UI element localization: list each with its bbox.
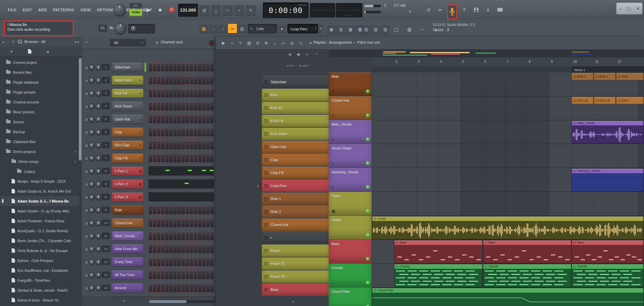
step-cell[interactable] [206,89,210,97]
link-icon[interactable]: ∞ [228,24,237,33]
step-cell[interactable] [182,232,185,240]
keyboard-editor-icon[interactable]: ◆ [297,52,300,57]
step-cell[interactable] [169,128,173,136]
browser-item[interactable]: Mixer presets [0,107,79,117]
volume-knob[interactable] [96,220,101,226]
link-icon[interactable]: ∞ [305,52,309,57]
add-pattern-button[interactable]: + [318,24,324,33]
volume-knob[interactable] [96,194,101,200]
step-cell[interactable] [194,89,197,97]
mixer-target-badge[interactable]: 12 [102,284,110,291]
step-cell[interactable] [149,76,152,84]
step-cell[interactable] [153,284,156,292]
step-cell[interactable] [149,258,152,266]
step-cell[interactable] [198,258,201,266]
step-cell[interactable] [194,206,197,214]
step-cell[interactable] [169,63,173,71]
pan-knob[interactable] [89,116,95,122]
pan-knob[interactable] [89,155,95,161]
save-icon[interactable] [471,4,481,15]
volume-knob[interactable] [96,116,101,122]
step-cell[interactable] [206,141,210,149]
step-cell[interactable] [157,115,160,123]
step-cell[interactable] [173,63,177,71]
step-cell[interactable] [202,115,205,123]
step-cell[interactable] [173,141,177,149]
channel-button[interactable]: Kick Snare⊙ [112,102,143,111]
browser-item[interactable]: Backup [0,127,79,137]
volume-knob[interactable] [96,207,101,213]
step-cell[interactable] [173,271,177,279]
step-cell[interactable] [182,141,185,149]
channel-mute-led[interactable] [85,92,88,96]
step-cell[interactable] [157,141,160,149]
step-cell[interactable] [157,232,160,240]
picker-pattern[interactable]: Kick snare [262,128,329,140]
menu-patterns[interactable]: PATTERNS [50,8,77,12]
step-cell[interactable] [161,128,164,136]
step-cell[interactable] [194,154,197,162]
tempo-display[interactable]: 131.000 ▲▼ [178,4,198,17]
step-cell[interactable] [153,154,156,162]
browser-item[interactable]: Demo songs▴ [0,156,79,166]
search-icon[interactable] [14,40,22,44]
step-cell[interactable] [206,284,210,292]
step-cell[interactable] [157,271,160,279]
f1-help-badge[interactable]: F1 [98,25,107,32]
step-cell[interactable] [198,141,201,149]
song-mode-button[interactable]: SONG [130,9,142,16]
step-cell[interactable] [198,63,201,71]
undo-icon[interactable]: ↺ [423,4,433,15]
picker-pattern[interactable]: Kick Fill [262,115,329,127]
render-icon[interactable]: ⇓ [483,4,493,15]
step-cell[interactable] [202,271,205,279]
step-cell[interactable] [198,115,201,123]
step-cell[interactable] [165,206,169,214]
playlist-overview-strip[interactable] [329,50,644,57]
chat-icon[interactable] [495,4,505,15]
step-cell[interactable] [186,258,189,266]
picker-pattern[interactable]: Piano [262,245,329,257]
picker-pattern[interactable]: • [262,232,329,244]
step-cell[interactable] [177,128,181,136]
step-cell[interactable] [157,76,160,84]
step-cell[interactable] [186,63,189,71]
step-cell[interactable] [186,206,189,214]
step-cell[interactable] [206,206,210,214]
step-cell[interactable] [186,76,189,84]
pan-knob[interactable] [89,129,95,135]
channel-button[interactable]: Rev Clap⊙ [112,141,143,150]
step-cell[interactable] [165,258,169,266]
step-cell[interactable] [169,141,173,149]
track-enable-led[interactable] [366,162,369,165]
pan-knob[interactable] [89,194,95,200]
step-cell[interactable] [153,89,156,97]
pan-knob[interactable] [89,103,95,109]
help-icon[interactable]: ? [459,4,469,15]
step-cell[interactable] [173,128,177,136]
step-cell[interactable] [206,128,210,136]
select-icon[interactable]: ▭ [279,39,287,47]
step-cell[interactable] [198,76,201,84]
picker-pattern[interactable]: Clap [262,154,329,166]
step-cell[interactable] [210,206,214,214]
browser-item[interactable]: 9loops - Keep It Simple - 2015 [0,176,79,186]
step-cell[interactable] [173,245,177,253]
step-cell[interactable] [161,245,164,253]
track-enable-led[interactable] [366,138,369,141]
volume-knob[interactable] [96,259,101,265]
volume-knob[interactable] [96,181,101,187]
pattern-clip[interactable]: Chords [572,264,644,287]
step-cell[interactable] [210,232,214,240]
step-cell[interactable] [173,76,177,84]
step-cell[interactable] [186,284,189,292]
picker-pattern[interactable]: Loop Perc [262,180,329,192]
step-cell[interactable] [157,258,160,266]
channel-mute-led[interactable] [85,261,88,264]
step-cell[interactable] [202,206,205,214]
channel-button[interactable]: All The Time [112,270,143,279]
pattern-clip[interactable]: Clos..at [594,97,616,104]
step-cell[interactable] [165,128,169,136]
step-cell[interactable] [182,245,185,253]
step-cell[interactable] [190,271,193,279]
